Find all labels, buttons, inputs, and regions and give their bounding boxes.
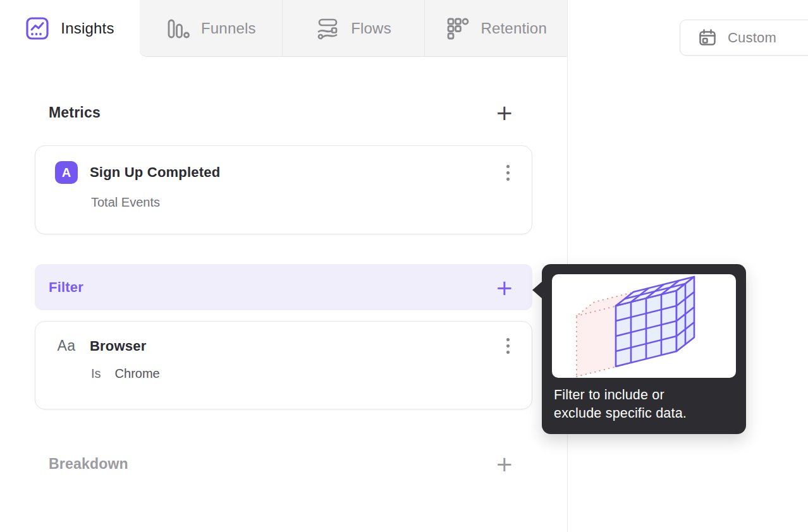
filter-section-header: Filter + [35,264,532,310]
metric-letter-badge: A [55,161,78,184]
tab-insights-label: Insights [61,20,114,37]
tooltip-text: Filter to include or exclude specific da… [554,386,715,422]
metric-kebab-menu-icon[interactable] [505,164,511,182]
tab-funnels-label: Funnels [201,20,256,37]
tab-retention[interactable]: Retention [424,0,567,57]
breakdown-section-header: Breakdown + [35,452,532,475]
metrics-section-header: Metrics + [35,101,532,124]
filter-property-name[interactable]: Browser [90,338,146,354]
retention-icon [445,16,469,40]
insights-icon [25,16,49,40]
funnels-icon [166,16,190,40]
metric-aggregation[interactable]: Total Events [91,195,511,210]
tooltip-arrow [532,281,542,299]
tab-retention-label: Retention [481,20,547,37]
insights-report-page: Insights Funnels [0,0,808,532]
filter-value[interactable]: Chrome [115,366,160,381]
date-range-label: Custom [728,30,776,46]
breakdown-title: Breakdown [49,456,128,473]
report-type-tabbar: Insights Funnels [0,0,567,57]
metric-event-name[interactable]: Sign Up Completed [90,164,220,181]
filter-kebab-menu-icon[interactable] [505,337,511,355]
flows-icon [315,16,340,40]
filter-tooltip: Filter to include or exclude specific da… [542,264,746,434]
tab-funnels[interactable]: Funnels [140,0,282,57]
tab-flows-label: Flows [351,20,391,37]
filter-cube-illustration [552,274,736,378]
add-metric-icon[interactable]: + [496,103,514,122]
string-property-icon: Aa [55,337,78,354]
metric-card[interactable]: A Sign Up Completed Total Events [35,145,532,234]
add-breakdown-icon[interactable]: + [496,454,514,473]
tab-insights[interactable]: Insights [0,0,140,57]
metrics-title: Metrics [49,104,101,121]
date-range-custom-button[interactable]: Custom [680,20,808,56]
calendar-icon [698,28,717,47]
filter-card[interactable]: Aa Browser Is Chrome [35,321,532,409]
inactive-tab-group: Funnels Flows [140,0,567,57]
filter-title: Filter [49,279,83,296]
add-filter-icon[interactable]: + [496,278,514,297]
filter-operator[interactable]: Is [91,366,101,381]
tab-flows[interactable]: Flows [282,0,425,57]
